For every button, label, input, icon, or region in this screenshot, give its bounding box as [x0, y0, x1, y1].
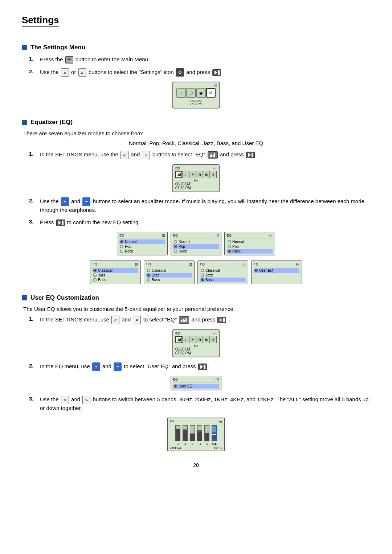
eq-top-row: EQ ((( [175, 167, 217, 170]
radio-rock [120, 250, 123, 253]
eq-icon2: ♪ [182, 171, 189, 178]
user-eq-item-label: User EQ [179, 384, 192, 388]
ueq-minus-button[interactable]: − [114, 362, 122, 371]
equalizer-steps: 1. In the SETTINGS menu, use the « and »… [22, 151, 370, 159]
eq-panel-bass-cccc: ((( [242, 262, 246, 266]
ueq-in-settings-text: In the SETTINGS menu, use [40, 316, 111, 323]
eq-play-pause[interactable] [246, 152, 255, 158]
equalizer-steps-2: 2. Use the + and − buttons to select an … [22, 197, 370, 227]
minus-button[interactable]: − [82, 197, 90, 206]
svg-marker-14 [58, 221, 61, 225]
radio-jazz3 [201, 274, 204, 277]
eq-panel-classical-header: EQ ((( [93, 262, 138, 267]
eq-item-pop: Pop [119, 244, 165, 249]
eq-item-pop-selected: Pop [173, 244, 219, 249]
eq-bands-label: EQ [170, 420, 174, 423]
svg-rect-23 [224, 318, 225, 322]
ueq-rewind-button3[interactable]: « [61, 396, 69, 405]
eq-forward-button[interactable]: » [142, 151, 150, 160]
buttons-select-settings-text: buttons to select the "Settings" icon [89, 69, 175, 75]
radio-jazz [93, 274, 97, 277]
rewind-button[interactable]: « [61, 68, 69, 77]
eq-bars-container [170, 424, 222, 442]
equalizer-title: Equalizer (EQ) [30, 119, 73, 126]
cccc-indicator: ((( [214, 83, 217, 87]
mp3-icon: ♪ [176, 88, 186, 98]
eq-step-1: 1. In the SETTINGS menu, use the « and »… [29, 151, 370, 159]
eq-icon3: ☀ [189, 171, 196, 178]
eq-panel-user: EQ ((( User EQ [251, 260, 302, 284]
svg-marker-7 [248, 153, 251, 157]
ueq-icon5-1: ◐ [203, 336, 210, 343]
ueq-plus-button[interactable]: + [92, 362, 100, 371]
svg-rect-26 [179, 339, 180, 341]
step-1: 1. Press the ☰ button to enter the Main … [29, 56, 370, 64]
radio-rock2 [174, 250, 177, 253]
eq-bands-bottom-row: Band: ALL dB: + 0 [170, 446, 222, 449]
radio-classical3 [201, 269, 204, 272]
plus-button[interactable]: + [61, 197, 69, 206]
eq-bass-label3: Bass [205, 278, 213, 282]
eq-pop-label2: Pop [179, 245, 185, 249]
ueq-select-usereq-text: to select "User EQ" and press [124, 363, 197, 369]
eq-bands-screen: EQ ((( [167, 418, 225, 451]
eq-item-classical-selected: Classical [93, 268, 138, 273]
section-indicator [22, 45, 27, 50]
ueq-play-pause-2[interactable] [198, 364, 207, 370]
eq-panel-classical: EQ ((( Classical Jazz Bass [90, 260, 141, 284]
confirm-play-pause[interactable] [56, 219, 65, 226]
user-eq-step-2: 2. In the EQ menu, use + and − to select… [29, 362, 370, 371]
svg-marker-28 [200, 365, 203, 369]
settings-menu-section-header: The Settings Menu [22, 44, 370, 51]
menu-button-icon[interactable]: ☰ [65, 56, 73, 63]
ueq-forward-button[interactable]: » [133, 316, 141, 324]
eq-panel-normal-header: EQ ((( [119, 234, 165, 238]
eq-step-1-num: 1. [29, 151, 38, 157]
band-label-3: 0 [190, 443, 195, 445]
eq-classical-label: Classical [98, 268, 113, 272]
svg-rect-11 [178, 173, 179, 176]
radio-usereq2 [174, 385, 177, 388]
band-col-all [212, 425, 217, 441]
radio-bass3 [201, 278, 204, 282]
ueq-top-row-1: EQ ((( [175, 332, 217, 335]
svg-rect-3 [210, 155, 211, 157]
step-2-num: 2. [29, 68, 38, 74]
step-1-content: Press the ☰ button to enter the Main Men… [40, 56, 370, 64]
eq-item-bass-selected: Bass [200, 278, 246, 282]
ueq-cccc1: ((( [213, 332, 217, 335]
eq-jazz-label3: Jazz [205, 273, 213, 277]
eq-rewind-button[interactable]: « [121, 151, 128, 160]
eq-panel-normal: EQ ((( Normal Pop Rock [117, 232, 168, 255]
user-eq-step-2-num: 2. [29, 362, 38, 369]
ueq-rewind-button[interactable]: « [111, 316, 119, 324]
eq-item-normal2: Normal [173, 239, 219, 244]
eq-label-bottom: EQ [175, 179, 217, 182]
and-press-text: and press [186, 69, 212, 75]
svg-rect-5 [213, 155, 214, 157]
ueq-forward-button3[interactable]: » [82, 396, 90, 405]
band-label-1: -2 [175, 443, 180, 445]
svg-rect-1 [218, 70, 219, 75]
eq-step-1-content: In the SETTINGS menu, use the « and » bu… [40, 151, 370, 159]
eq-screen-container: EQ ((( ♪ ☀ ◑ ◐ ⊙ EQ 06/203AT07:30 PM [22, 164, 370, 192]
ueq-device-screen-1: EQ ((( ♪ ☀ ◑ ◐ ⊙ EQ 06/203AT07:30 PM [172, 329, 220, 357]
user-eq-step-1: 1. In the SETTINGS menu, use « and » to … [29, 316, 370, 324]
svg-rect-17 [181, 320, 182, 322]
band-marker-all [212, 434, 216, 435]
svg-rect-22 [223, 318, 224, 322]
ueq-play-pause-1[interactable] [217, 317, 226, 323]
play-pause-button[interactable] [212, 69, 221, 76]
radio-classical [93, 269, 97, 272]
ueq-and-text: and [122, 316, 132, 323]
svg-rect-25 [178, 338, 179, 341]
eq-item-rock2: Rock [173, 249, 219, 254]
forward-button[interactable]: » [78, 68, 86, 77]
page-title: Settings [22, 15, 59, 27]
ueq-period2: . [209, 363, 211, 369]
eq-panel-pop: EQ ((( Normal Pop Rock [171, 232, 221, 255]
eq-panel-jazz-cccc: ((( [189, 262, 192, 266]
eq-item-pop3: Pop [227, 244, 273, 249]
eq-panel-pop-label: EQ [173, 234, 178, 237]
user-eq-step-3-content: Use the « and » buttons to switch betwee… [40, 395, 370, 412]
